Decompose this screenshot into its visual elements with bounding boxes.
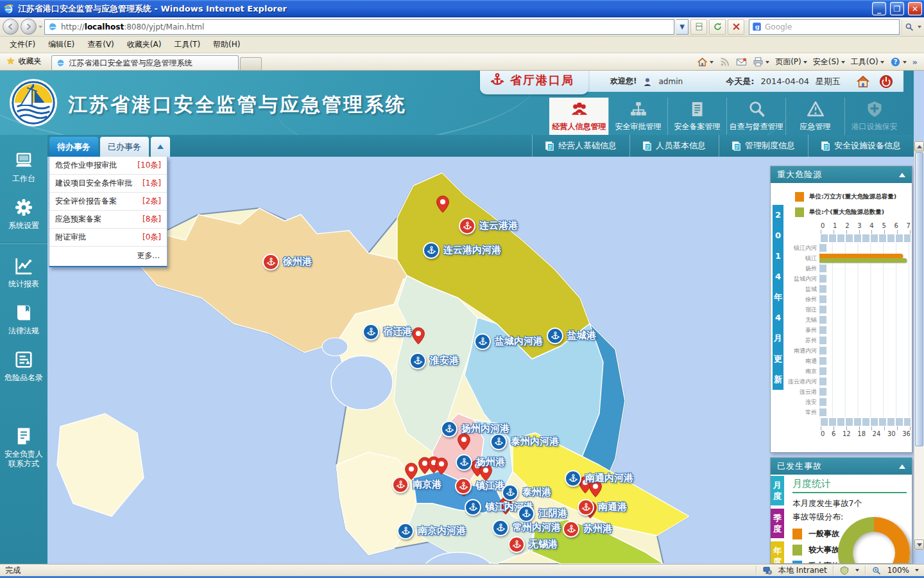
compatibility-icon — [694, 22, 704, 31]
command-item-2[interactable]: 工具(O) — [851, 57, 884, 67]
home-button[interactable] — [697, 57, 714, 67]
compatibility-view-button[interactable] — [690, 19, 707, 35]
hazard-row-苏州: 苏州 — [785, 335, 911, 346]
sidebar-item-1[interactable]: 系统设置 — [0, 191, 47, 238]
print-button[interactable] — [753, 57, 769, 67]
port-marker-泰州港[interactable]: 泰州港 — [502, 484, 518, 501]
subnav-item-1[interactable]: 人员基本信息 — [629, 135, 719, 157]
scroll-up-button[interactable] — [914, 141, 924, 152]
command-item-0[interactable]: 页面(P) — [775, 57, 807, 67]
task-row-3[interactable]: 应急预案备案[8条] — [49, 211, 167, 229]
browser-tab[interactable]: 江苏省港口安全监管与应急管理系统 — [51, 55, 239, 70]
port-marker-苏州港[interactable]: 苏州港 — [563, 521, 579, 538]
menu-item-2[interactable]: 查看(V) — [81, 37, 120, 53]
port-marker-盐城内河港[interactable]: 盐城内河港 — [474, 333, 491, 350]
accidents-tab-月度[interactable]: 月度 — [771, 476, 784, 505]
legend-label: 单位:万立方(重大危险源总容量) — [809, 193, 896, 201]
new-tab-button[interactable] — [240, 57, 262, 70]
hazard-collapse-icon[interactable] — [899, 173, 905, 177]
port-marker-无锡港[interactable]: 无锡港 — [508, 536, 525, 553]
task-row-2[interactable]: 安全评价报告备案[2条] — [49, 193, 167, 211]
nav-item-0[interactable]: 经营人信息管理 — [549, 98, 608, 135]
menu-item-1[interactable]: 编辑(E) — [42, 37, 80, 53]
logout-power-icon[interactable] — [879, 74, 893, 89]
menu-item-0[interactable]: 文件(F) — [4, 37, 41, 53]
stop-button[interactable] — [728, 19, 744, 35]
menu-item-5[interactable]: 帮助(H) — [207, 37, 246, 53]
refresh-button[interactable] — [709, 19, 726, 35]
anchor-icon — [266, 257, 277, 268]
page-scrollbar[interactable] — [914, 141, 924, 550]
port-marker-常州内河港[interactable]: 常州内河港 — [492, 520, 509, 536]
port-marker-连云港港[interactable]: 连云港港 — [459, 218, 475, 234]
nav-item-1[interactable]: 安全审批管理 — [608, 98, 667, 135]
favorites-button[interactable]: ★ 收藏夹 — [4, 55, 45, 70]
app-home-icon[interactable] — [856, 74, 870, 89]
nav-item-4[interactable]: 应急管理 — [785, 98, 844, 135]
menu-item-3[interactable]: 收藏夹(A) — [121, 37, 167, 53]
port-marker-盐城港[interactable]: 盐城港 — [547, 328, 563, 344]
command-item-1[interactable]: 安全(S) — [813, 57, 845, 67]
tasks-tab-0[interactable]: 待办事务 — [49, 137, 98, 157]
task-row-0[interactable]: 危货作业申报审批[10条] — [49, 157, 167, 175]
protected-mode-shield-icon[interactable] — [839, 566, 850, 575]
port-marker-南通港[interactable]: 南通港 — [578, 499, 594, 516]
zoom-level[interactable]: 100% — [887, 566, 909, 575]
history-dropdown[interactable] — [38, 26, 42, 28]
read-mail-button[interactable] — [736, 57, 747, 67]
feeds-button[interactable] — [719, 57, 730, 67]
port-marker-淮安港[interactable]: 淮安港 — [409, 353, 426, 369]
search-go-button[interactable] — [902, 19, 916, 35]
port-marker-宿迁港[interactable]: 宿迁港 — [363, 324, 379, 340]
port-marker-南京内河港[interactable]: 南京内河港 — [397, 523, 414, 539]
url-field[interactable]: http://localhost:8080/yjpt/Main.html — [44, 19, 674, 35]
overflow-chevron-icon[interactable]: » — [912, 57, 918, 67]
port-marker-南通内河港[interactable]: 南通内河港 — [565, 470, 581, 487]
port-marker-扬州内河港[interactable]: 扬州内河港 — [441, 421, 458, 437]
zoom-dropdown[interactable] — [915, 569, 919, 572]
sidebar-item-5[interactable]: 安全负责人联系方式 — [0, 419, 47, 476]
search-box[interactable]: g Google — [749, 19, 900, 35]
scroll-down-button[interactable] — [914, 539, 924, 550]
search-options-dropdown[interactable] — [918, 26, 921, 28]
tasks-collapse-button[interactable] — [151, 137, 170, 157]
sidebar-item-4[interactable]: 危险品名录 — [0, 343, 47, 390]
accidents-tab-季度[interactable]: 季度 — [771, 509, 784, 538]
forward-button[interactable] — [21, 19, 37, 35]
tasks-tab-1[interactable]: 已办事务 — [100, 137, 149, 157]
minimize-button[interactable]: _ — [872, 2, 886, 15]
maximize-button[interactable]: ❐ — [890, 2, 904, 15]
accidents-tab-年度[interactable]: 年度 — [771, 541, 784, 564]
welcome-label: 欢迎您! — [610, 76, 637, 87]
port-marker-连云港内河港[interactable]: 连云港内河港 — [423, 242, 440, 259]
port-marker-江阴港[interactable]: 江阴港 — [518, 505, 535, 522]
port-marker-徐州港[interactable]: 徐州港 — [262, 254, 279, 270]
help-button[interactable]: ? — [890, 57, 907, 67]
close-button[interactable]: ✕ — [908, 2, 922, 15]
back-button[interactable] — [3, 19, 19, 35]
port-marker-镇江内河港[interactable]: 镇江内河港 — [465, 499, 481, 516]
tasks-more-link[interactable]: 更多... — [49, 247, 167, 266]
sidebar-item-3[interactable]: 法律法规 — [0, 296, 47, 343]
scrollbar-thumb[interactable] — [915, 152, 923, 446]
task-row-1[interactable]: 建设项目安全条件审批[1条] — [49, 175, 167, 193]
sidebar-item-2[interactable]: 统计报表 — [0, 249, 47, 296]
anchor-badge-icon — [465, 499, 481, 516]
sidebar-item-0[interactable]: 工作台 — [0, 144, 47, 191]
port-marker-泰州内河港[interactable]: 泰州内河港 — [490, 434, 507, 450]
url-dropdown-button[interactable]: ▼ — [676, 19, 689, 35]
nav-item-5[interactable]: 港口设施保安 — [844, 98, 903, 135]
accidents-collapse-icon[interactable] — [899, 464, 905, 469]
port-marker-镇江港[interactable]: 镇江港 — [455, 478, 472, 495]
nav-item-3[interactable]: 自查与督查管理 — [726, 98, 785, 135]
subnav-item-2[interactable]: 管理制度信息 — [719, 135, 808, 157]
nav-item-2[interactable]: 安全备案管理 — [667, 98, 726, 135]
menu-item-4[interactable]: 工具(T) — [168, 37, 206, 53]
subnav-item-0[interactable]: 经营人基础信息 — [532, 135, 629, 157]
subnav-item-3[interactable]: 安全设施设备信息 — [808, 135, 914, 157]
sub-nav: 经营人基础信息人员基本信息管理制度信息安全设施设备信息 — [532, 135, 914, 157]
port-marker-南京港[interactable]: 南京港 — [392, 477, 409, 493]
protected-mode-dropdown[interactable] — [855, 569, 859, 572]
port-marker-扬州港[interactable]: 扬州港 — [456, 454, 472, 471]
task-row-4[interactable]: 附证审批[0条] — [49, 229, 167, 247]
